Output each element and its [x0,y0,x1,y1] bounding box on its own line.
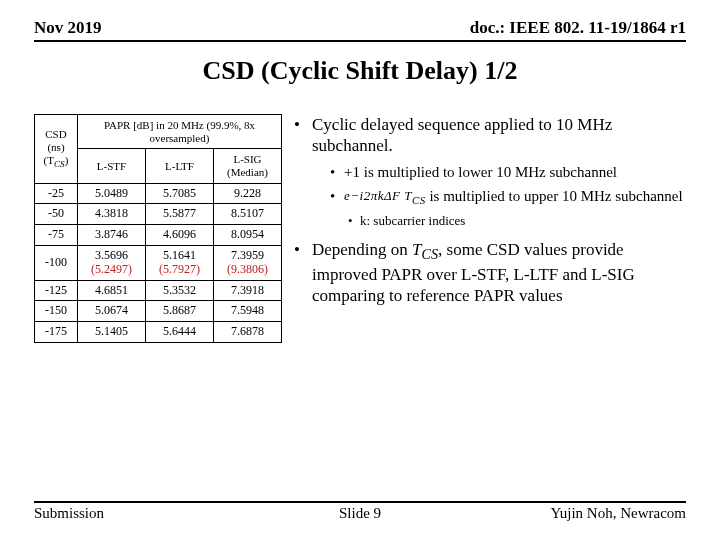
col-papr-group: PAPR [dB] in 20 MHz (99.9%, 8x oversampl… [77,115,281,149]
table-row: -1505.06745.86877.5948 [35,301,282,322]
cell-lltf: 5.7085 [145,183,213,204]
cell-lltf: 5.1641(5.7927) [145,245,213,280]
cell-lsig: 8.5107 [213,204,281,225]
cell-lsig: 7.6878 [213,322,281,343]
table-row: -1003.5696(5.2497)5.1641(5.7927)7.3959(9… [35,245,282,280]
page-title: CSD (Cyclic Shift Delay) 1/2 [34,56,686,86]
exponential-expr: e−i2πkΔF TCS [344,188,426,207]
bullet-2-pre: Depending on [312,240,412,259]
bullet-2-Tletter: T [412,240,421,259]
bullet-1c: k: subcarrier indices [348,213,686,229]
cell-lsig: 7.3918 [213,280,281,301]
cell-lstf: 5.0674 [77,301,145,322]
bullet-1: Cyclic delayed sequence applied to 10 MH… [294,114,686,229]
cell-csd: -100 [35,245,78,280]
cell-lsig: 7.3959(9.3806) [213,245,281,280]
table-header-top: CSD (ns) (TCS) PAPR [dB] in 20 MHz (99.9… [35,115,282,149]
col-csd-line1: CSD (ns) [45,128,66,153]
table-body: -255.04895.70859.228-504.38185.58778.510… [35,183,282,342]
header-doc-id: doc.: IEEE 802. 11-19/1864 r1 [470,18,686,38]
footer-left: Submission [34,505,104,522]
expr-main: e−i2πkΔF T [344,188,412,203]
cell-csd: -175 [35,322,78,343]
col-lstf: L-STF [77,149,145,183]
expr-sub: CS [412,194,426,206]
bullet-1b-tail: is multiplied to upper 10 MHz subchannel [426,188,683,204]
header-bar: Nov 2019 doc.: IEEE 802. 11-19/1864 r1 [34,18,686,42]
cell-lltf: 5.5877 [145,204,213,225]
bullet-area: Cyclic delayed sequence applied to 10 MH… [282,114,686,343]
cell-csd: -75 [35,225,78,246]
cell-lsig: 7.5948 [213,301,281,322]
cell-lstf: 3.8746 [77,225,145,246]
cell-csd: -50 [35,204,78,225]
col-lltf: L-LTF [145,149,213,183]
col-csd-sub: CS [54,159,65,169]
col-lsig-line2: (Median) [227,166,268,178]
col-lsig-line1: L-SIG [233,153,261,165]
bullet-1-subsublist: k: subcarrier indices [348,213,686,229]
cell-lltf: 5.8687 [145,301,213,322]
cell-lstf: 4.3818 [77,204,145,225]
cell-lsig: 9.228 [213,183,281,204]
cell-lltf: 4.6096 [145,225,213,246]
header-date: Nov 2019 [34,18,102,38]
col-csd-paren: ) [65,154,69,166]
content-body: CSD (ns) (TCS) PAPR [dB] in 20 MHz (99.9… [34,114,686,343]
bullet-1a: +1 is multiplied to lower 10 MHz subchan… [330,163,686,182]
col-lsig: L-SIG (Median) [213,149,281,183]
bullet-list: Cyclic delayed sequence applied to 10 MH… [294,114,686,307]
table-row: -255.04895.70859.228 [35,183,282,204]
col-csd-t: (T [44,154,54,166]
bullet-1b: e−i2πkΔF TCS is multiplied to upper 10 M… [330,187,686,207]
bullet-2-T: TCS [412,240,438,259]
slide: Nov 2019 doc.: IEEE 802. 11-19/1864 r1 C… [0,0,720,540]
footer-author: Yujin Noh, Newracom [551,505,686,522]
table-container: CSD (ns) (TCS) PAPR [dB] in 20 MHz (99.9… [34,114,282,343]
col-csd-line2: (TCS) [44,154,69,166]
table-row: -753.87464.60968.0954 [35,225,282,246]
table-row: -504.38185.58778.5107 [35,204,282,225]
cell-csd: -25 [35,183,78,204]
col-csd: CSD (ns) (TCS) [35,115,78,184]
cell-lstf: 3.5696(5.2497) [77,245,145,280]
cell-lsig: 8.0954 [213,225,281,246]
table-row: -1755.14055.64447.6878 [35,322,282,343]
cell-lltf: 5.6444 [145,322,213,343]
cell-lstf: 5.1405 [77,322,145,343]
papr-table: CSD (ns) (TCS) PAPR [dB] in 20 MHz (99.9… [34,114,282,343]
cell-csd: -150 [35,301,78,322]
cell-lltf: 5.3532 [145,280,213,301]
bullet-2-Tsub: CS [422,246,439,262]
bullet-1-sublist: +1 is multiplied to lower 10 MHz subchan… [330,163,686,208]
table-row: -1254.68515.35327.3918 [35,280,282,301]
cell-csd: -125 [35,280,78,301]
cell-lstf: 4.6851 [77,280,145,301]
cell-lstf: 5.0489 [77,183,145,204]
bullet-2: Depending on TCS, some CSD values provid… [294,239,686,307]
bullet-1-text: Cyclic delayed sequence applied to 10 MH… [312,115,612,155]
footer-bar: Submission Slide 9 Yujin Noh, Newracom [34,501,686,522]
